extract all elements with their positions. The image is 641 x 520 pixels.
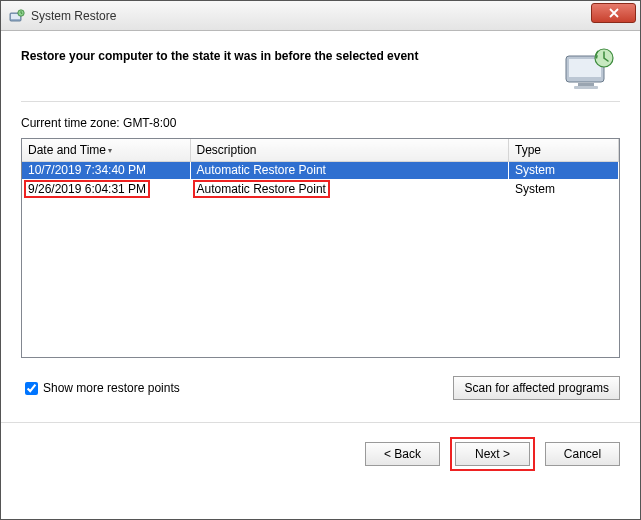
window-title: System Restore [31,9,116,23]
cell-desc: Automatic Restore Point [190,162,509,179]
table-row[interactable]: 10/7/2019 7:34:40 PM Automatic Restore P… [22,162,619,179]
titlebar: System Restore [1,1,640,31]
column-header-description[interactable]: Description [190,139,509,162]
sort-indicator-icon: ▾ [106,146,112,155]
wizard-button-bar: < Back Next > Cancel [1,422,640,471]
show-more-label: Show more restore points [43,381,180,395]
cancel-button[interactable]: Cancel [545,442,620,466]
close-button[interactable] [591,3,636,23]
cell-desc: Automatic Restore Point [190,179,509,199]
cell-date: 9/26/2019 6:04:31 PM [22,179,190,199]
next-button[interactable]: Next > [455,442,530,466]
dialog-content: Restore your computer to the state it wa… [1,31,640,485]
svg-rect-6 [574,86,598,89]
next-button-highlight: Next > [450,437,535,471]
back-button[interactable]: < Back [365,442,440,466]
timezone-label: Current time zone: GMT-8:00 [21,116,620,130]
svg-rect-5 [578,83,594,86]
column-header-date[interactable]: Date and Time ▾ [22,139,190,162]
cell-type: System [509,162,619,179]
page-heading: Restore your computer to the state it wa… [21,45,560,63]
cell-type: System [509,179,619,199]
scan-affected-button[interactable]: Scan for affected programs [453,376,620,400]
system-restore-icon [9,8,25,24]
show-more-checkbox[interactable]: Show more restore points [21,379,180,398]
divider [21,101,620,102]
restore-points-table[interactable]: Date and Time ▾ Description Type 10/7/20… [21,138,620,358]
show-more-checkbox-input[interactable] [25,382,38,395]
column-header-type[interactable]: Type [509,139,619,162]
table-row[interactable]: 9/26/2019 6:04:31 PM Automatic Restore P… [22,179,619,199]
restore-monitor-icon [560,45,620,95]
cell-date: 10/7/2019 7:34:40 PM [22,162,190,179]
